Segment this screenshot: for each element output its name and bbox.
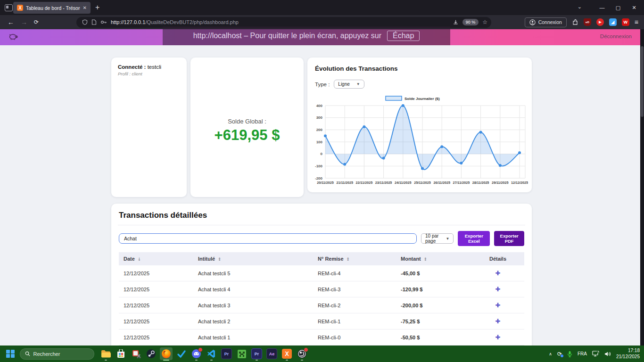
back-button[interactable]: ← [8,18,14,26]
ublock-extension-icon[interactable]: uO [584,18,591,26]
details-plus-button[interactable]: ✚ [495,318,501,325]
browser-tabstrip: ꓫ Tableau de bord - Trésorerie ✕ + ⌄ — ▢… [0,0,644,15]
search-input[interactable] [119,233,417,244]
chart-card: Évolution des Transactions Type : Ligne▼… [307,58,532,192]
downloads-icon[interactable] [453,19,459,25]
window-close-button[interactable]: ✕ [626,0,642,15]
details-plus-button[interactable]: ✚ [495,286,501,293]
svg-text:0: 0 [321,152,323,156]
network-icon[interactable] [592,351,599,357]
cell-details: ✚ [471,329,524,346]
premiere-pro-icon-2[interactable]: Pr [250,347,263,360]
cell-date: 12/12/2025 [119,329,193,346]
chart-title: Évolution des Transactions [315,65,524,72]
svg-text:21/11/2025: 21/11/2025 [336,181,353,185]
obs-icon[interactable] [296,347,308,360]
taskbar: Rechercher [0,346,644,362]
firefox-view-icon[interactable] [5,4,13,11]
table-row: 12/12/2025Achat testcli 5REM-cli-4-45,00… [119,265,524,281]
escape-key-badge: Échap [387,31,420,41]
connected-user: Connecté : testcli [118,64,180,70]
browser-tab[interactable]: ꓫ Tableau de bord - Trésorerie ✕ [13,2,91,14]
table-row: 12/12/2025Achat testcli 2REM-cli-1-75,25… [119,313,524,329]
permissions-key-icon[interactable] [100,19,107,25]
cell-amount: -120,99 $ [396,281,471,297]
column-header[interactable]: Intitulé↕ [193,252,313,265]
snipping-tool-icon[interactable] [130,347,142,360]
start-button[interactable] [6,350,15,358]
details-plus-button[interactable]: ✚ [495,270,501,277]
tab-close-icon[interactable]: ✕ [83,5,87,10]
cell-label: Achat testcli 4 [193,281,313,297]
balance-card: Solde Global : +619,95 $ [190,58,304,197]
vscode-icon[interactable] [205,347,218,360]
user-card: Connecté : testcli Profil : client [111,58,187,197]
recording-badge [304,347,308,352]
sync-tray-icon[interactable]: ⟳ [557,351,562,357]
microsoft-store-icon[interactable] [115,347,127,360]
svg-text:-100: -100 [315,164,323,168]
cell-amount: -45,00 $ [396,265,471,281]
premiere-pro-icon[interactable]: Pr [220,347,233,360]
svg-text:24/11/2025: 24/11/2025 [395,181,412,185]
export-excel-button[interactable]: Exporter Excel [458,231,490,246]
clock[interactable]: 17:18 21/12/2025 [616,348,640,360]
language-indicator[interactable]: FRA [578,351,587,356]
window-minimize-button[interactable]: — [594,0,610,15]
account-button[interactable]: Connexion [525,17,567,27]
notification-badge [198,347,203,352]
transactions-title: Transactions détaillées [119,211,524,220]
minecraft-icon[interactable] [235,347,248,360]
details-plus-button[interactable]: ✚ [495,302,501,309]
divider [118,225,525,225]
forward-button[interactable]: → [21,18,27,26]
check-app-icon[interactable] [175,347,188,360]
logout-link[interactable]: Déconnexion [600,33,632,39]
line-chart: 4003002001000-100-20020/11/202521/11/202… [311,95,528,189]
media-extension-icon[interactable]: ▶ [596,18,604,26]
tray-chevron-icon[interactable]: ∧ [549,352,552,356]
chart-type-select[interactable]: Ligne▼ [334,80,364,89]
export-pdf-button[interactable]: Exporter PDF [494,231,524,246]
svg-text:23/11/2025: 23/11/2025 [375,181,392,185]
extensions-icon[interactable] [572,19,578,25]
page-size-select[interactable]: 10 par page▼ [421,233,454,244]
firefox-icon[interactable] [160,347,173,360]
w-extension-icon[interactable]: W [622,18,629,26]
balance-label: Solde Global : [228,118,266,125]
column-header[interactable]: Date↓ [119,252,193,265]
shield-icon[interactable] [82,19,88,25]
page-scrollbar[interactable] [640,29,644,362]
xampp-icon[interactable]: ꓫ [281,347,293,360]
bookmark-star-icon[interactable]: ☆ [482,19,487,25]
after-effects-icon[interactable]: Ae [265,347,278,360]
table-header-row: Date↓Intitulé↕N° Remise↕Montant↕Détails [119,252,524,265]
list-tabs-chevron-icon[interactable]: ⌄ [578,4,582,10]
volume-icon[interactable] [604,351,611,357]
zoom-level-badge[interactable]: 90 % [462,19,479,25]
details-plus-button[interactable]: ✚ [495,334,501,341]
taskbar-search[interactable]: Rechercher [20,348,94,360]
tray-date: 21/12/2025 [616,354,640,360]
transactions-card: Transactions détaillées 10 par page▼ Exp… [111,204,532,359]
new-tab-button[interactable]: + [95,3,99,12]
microphone-icon[interactable] [567,351,572,357]
file-explorer-icon[interactable] [99,347,112,360]
reload-button[interactable]: ⟳ [34,18,39,26]
cell-remise: REM-cli-0 [313,329,396,346]
menu-icon[interactable]: ≡ [635,18,638,26]
scrollbar-thumb[interactable] [641,46,644,117]
cell-label: Achat testcli 3 [193,297,313,313]
tab-title: Tableau de bord - Trésorerie [26,5,80,11]
account-icon [529,19,536,25]
column-header[interactable]: Montant↕ [396,252,471,265]
column-header[interactable]: N° Remise↕ [313,252,396,265]
steam-icon[interactable] [145,347,157,360]
discord-icon[interactable] [190,347,203,360]
cell-label: Achat testcli 1 [193,329,313,346]
tray-time: 17:18 [616,348,640,354]
account-label: Connexion [538,19,562,25]
page-info-icon[interactable] [91,19,97,25]
blue-extension-icon[interactable]: ◢ [609,18,617,26]
window-maximize-button[interactable]: ▢ [610,0,626,15]
